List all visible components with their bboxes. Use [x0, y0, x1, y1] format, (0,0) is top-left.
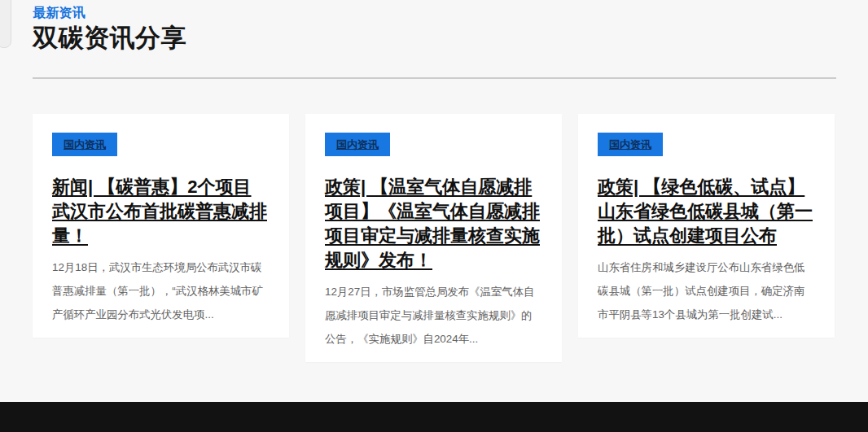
- news-section-page: 最新资讯 双碳资讯分享 国内资讯 新闻| 【碳普惠】2个项目 武汉市公布首批碳普…: [0, 0, 868, 432]
- news-card: 国内资讯 新闻| 【碳普惠】2个项目 武汉市公布首批碳普惠减排量！ 12月18日…: [33, 114, 289, 338]
- section-eyebrow: 最新资讯: [33, 5, 836, 21]
- news-card-title-link[interactable]: 政策| 【绿色低碳、试点】 山东省绿色低碳县城（第一批）试点创建项目公布: [598, 175, 815, 248]
- category-badge[interactable]: 国内资讯: [598, 133, 663, 156]
- category-badge[interactable]: 国内资讯: [52, 133, 117, 156]
- news-card-title-link[interactable]: 政策| 【温室气体自愿减排项目】《温室气体自愿减排项目审定与减排量核查实施规则》…: [325, 175, 542, 273]
- news-card: 国内资讯 政策| 【绿色低碳、试点】 山东省绿色低碳县城（第一批）试点创建项目公…: [578, 114, 835, 338]
- section-divider: [33, 77, 836, 79]
- news-card-excerpt: 12月18日，武汉市生态环境局公布武汉市碳普惠减排量（第一批），“武汉格林美城市…: [52, 255, 270, 326]
- page-title: 双碳资讯分享: [33, 23, 836, 54]
- news-card-excerpt: 山东省住房和城乡建设厅公布山东省绿色低碳县城（第一批）试点创建项目，确定济南市平…: [598, 255, 815, 326]
- news-card: 国内资讯 政策| 【温室气体自愿减排项目】《温室气体自愿减排项目审定与减排量核查…: [305, 114, 562, 362]
- footer-bar: [0, 402, 868, 432]
- news-card-excerpt: 12月27日，市场监管总局发布《温室气体自愿减排项目审定与减排量核查实施规则》的…: [325, 280, 542, 351]
- news-card-list: 国内资讯 新闻| 【碳普惠】2个项目 武汉市公布首批碳普惠减排量！ 12月18日…: [33, 114, 836, 362]
- category-badge[interactable]: 国内资讯: [325, 133, 390, 156]
- news-card-title-link[interactable]: 新闻| 【碳普惠】2个项目 武汉市公布首批碳普惠减排量！: [52, 175, 270, 248]
- section-content: 最新资讯 双碳资讯分享 国内资讯 新闻| 【碳普惠】2个项目 武汉市公布首批碳普…: [0, 0, 868, 362]
